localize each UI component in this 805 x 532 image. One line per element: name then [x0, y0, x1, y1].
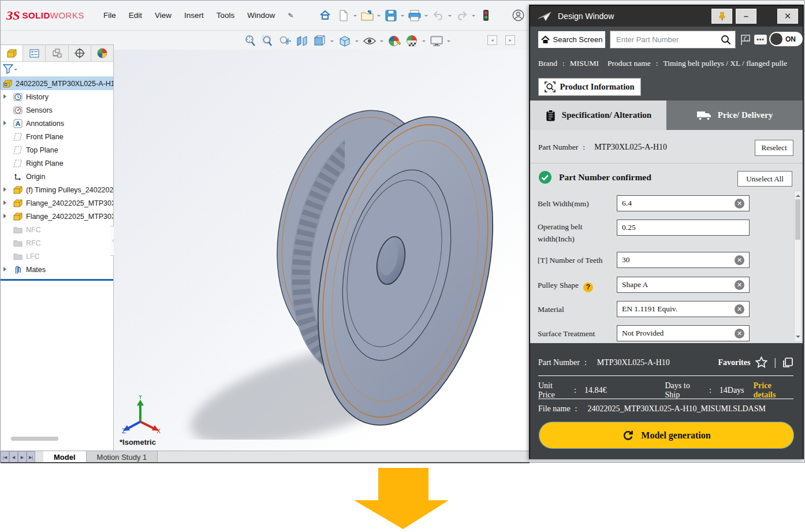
expander-icon[interactable]	[3, 214, 9, 218]
tree-root-assembly[interactable]: 24022025_MTP30XL025-A-H10	[1, 77, 113, 90]
form-scrollbar[interactable]	[794, 191, 802, 342]
clear-icon[interactable]: ✕	[735, 199, 744, 209]
open-caret[interactable]	[377, 15, 381, 18]
design-window-titlebar[interactable]: Design Window – ✕	[530, 6, 803, 27]
menu-tools[interactable]: Tools	[210, 8, 241, 23]
model-generation-button[interactable]: Model generation	[539, 422, 793, 448]
minimize-window-button[interactable]: –	[736, 9, 756, 24]
search-icon[interactable]	[721, 35, 731, 45]
tree-item-flange-2[interactable]: Flange_24022025_MTP30XL025	[1, 210, 113, 223]
field-number-of-teeth[interactable]: 30 ✕	[617, 252, 750, 268]
undo-button[interactable]	[430, 7, 447, 24]
filter-caret[interactable]	[14, 69, 17, 72]
new-document-caret[interactable]	[353, 15, 357, 18]
copy-icon[interactable]	[782, 357, 793, 369]
hide-show-items-button[interactable]	[362, 34, 377, 49]
section-view-button[interactable]	[295, 34, 310, 49]
search-screen-button[interactable]: Search Screen	[538, 31, 605, 48]
pin-window-button[interactable]	[711, 9, 732, 24]
open-button[interactable]	[359, 7, 376, 24]
tab-featuremanager[interactable]	[1, 45, 23, 61]
clear-icon[interactable]: ✕	[735, 255, 744, 265]
field-pulley-shape[interactable]: Shape A ✕	[617, 277, 750, 293]
display-style-button[interactable]	[337, 34, 352, 49]
tab-motion-study[interactable]: Motion Study 1	[87, 451, 158, 463]
tree-item-rfc[interactable]: RFC	[1, 236, 113, 250]
tab-specification-alteration[interactable]: Specification/ Alteration	[530, 101, 666, 130]
save-button[interactable]	[382, 7, 400, 24]
tree-item-origin[interactable]: Origin	[1, 170, 113, 183]
tab-scroll-first-button[interactable]: |◀	[1, 451, 9, 463]
print-button[interactable]	[406, 7, 423, 24]
scroll-down-icon[interactable]	[796, 336, 800, 340]
clear-icon[interactable]: ✕	[735, 280, 744, 290]
zoom-area-button[interactable]	[260, 34, 275, 49]
reselect-button[interactable]: Reselect	[755, 140, 793, 156]
price-details-link[interactable]: Price details	[754, 381, 793, 400]
tab-price-delivery[interactable]: Price/ Delivery	[666, 101, 803, 130]
field-belt-width[interactable]: 6.4 ✕	[617, 195, 750, 211]
tab-configurationmanager[interactable]	[46, 45, 68, 61]
field-material[interactable]: EN 1.1191 Equiv. ✕	[617, 301, 750, 317]
zoom-fit-button[interactable]	[243, 34, 258, 49]
edit-appearance-button[interactable]	[387, 34, 402, 49]
expander-icon[interactable]	[3, 121, 9, 125]
tree-item-right-plane[interactable]: Right Plane	[1, 157, 113, 170]
undo-caret[interactable]	[448, 15, 452, 18]
view-settings-caret[interactable]	[447, 40, 450, 44]
tree-item-timing-pulleys[interactable]: (f) Timing Pulleys_24022025	[1, 183, 113, 196]
pulley-3d-model[interactable]	[172, 93, 501, 440]
tab-dimxpertmanager[interactable]	[69, 45, 91, 61]
product-information-button[interactable]: Product Information	[538, 78, 641, 96]
field-operating-belt-width[interactable]: 0.25	[617, 220, 750, 236]
previous-view-button[interactable]	[278, 34, 293, 49]
view-settings-button[interactable]	[429, 34, 444, 49]
scrollbar-thumb[interactable]	[795, 199, 800, 240]
print-caret[interactable]	[424, 15, 428, 18]
new-document-button[interactable]	[335, 7, 352, 24]
dock-right-button[interactable]: ▸	[505, 35, 515, 45]
help-icon[interactable]: ?	[583, 282, 593, 292]
home-button[interactable]	[316, 7, 334, 24]
apply-scene-caret[interactable]	[422, 40, 426, 44]
rebuild-button[interactable]	[477, 7, 494, 24]
favorite-star-icon[interactable]	[755, 356, 768, 369]
view-orientation-button[interactable]	[312, 34, 327, 49]
menu-insert[interactable]: Insert	[178, 8, 210, 23]
tree-item-sensors[interactable]: Sensors	[1, 103, 113, 117]
view-orientation-caret[interactable]	[330, 40, 334, 44]
save-caret[interactable]	[401, 15, 404, 18]
tree-item-mates[interactable]: Mates	[1, 263, 113, 276]
unselect-all-button[interactable]: Unselect All	[737, 171, 792, 187]
clear-icon[interactable]: ✕	[735, 304, 744, 314]
tree-item-annotations[interactable]: A Annotations	[1, 117, 113, 130]
scroll-up-icon[interactable]	[796, 192, 800, 197]
tree-item-flange-1[interactable]: Flange_24022025_MTP30XL025	[1, 196, 113, 210]
menu-edit[interactable]: Edit	[122, 8, 148, 23]
flag-icon[interactable]	[739, 34, 752, 46]
redo-caret[interactable]	[472, 15, 475, 18]
expander-icon[interactable]	[3, 187, 9, 192]
redo-button[interactable]	[453, 7, 471, 24]
tab-displaymanager[interactable]	[91, 45, 113, 61]
on-off-toggle[interactable]: ON	[769, 32, 803, 46]
apply-scene-button[interactable]	[404, 34, 419, 49]
chat-icon[interactable]: •••	[754, 35, 767, 44]
tab-propertymanager[interactable]	[23, 45, 46, 61]
tab-scroll-next-button[interactable]: ▶	[18, 451, 27, 463]
tree-item-history[interactable]: History	[1, 90, 113, 103]
tab-model[interactable]: Model	[43, 451, 87, 463]
expander-icon[interactable]	[3, 200, 9, 205]
tree-hscroll-thumb[interactable]	[11, 437, 58, 441]
tree-item-top-plane[interactable]: Top Plane	[1, 143, 113, 157]
dock-left-button[interactable]: ◂	[487, 35, 497, 45]
expander-icon[interactable]	[3, 267, 9, 271]
filter-funnel-icon[interactable]	[3, 64, 13, 74]
menu-window[interactable]: Window	[241, 8, 281, 23]
pin-menu-button[interactable]: ✒	[282, 7, 299, 24]
graphics-viewport[interactable]: Y X Z *Isometric	[114, 50, 530, 451]
close-window-button[interactable]: ✕	[777, 9, 798, 24]
tab-scroll-last-button[interactable]: ▶|	[27, 451, 35, 463]
tree-item-nfc[interactable]: NFC	[1, 223, 113, 236]
tree-item-lfc[interactable]: LFC	[1, 250, 113, 263]
